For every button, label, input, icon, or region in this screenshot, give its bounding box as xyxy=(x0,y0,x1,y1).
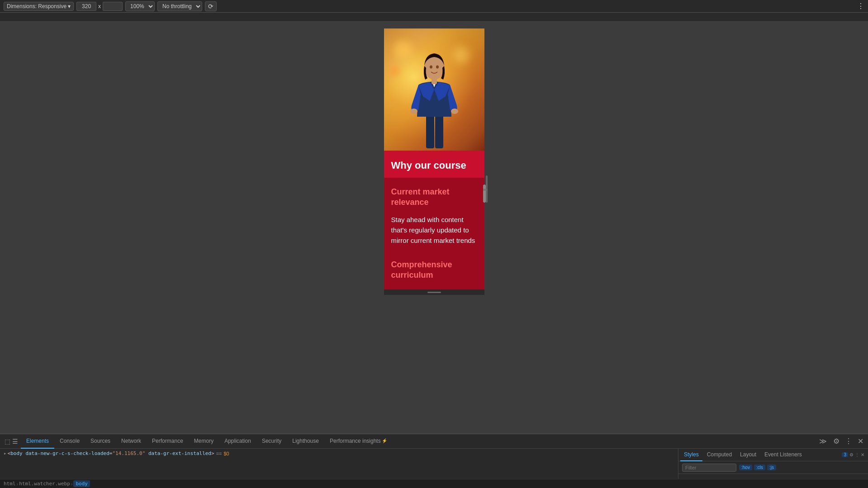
performance-insights-icon: ⚡ xyxy=(382,438,387,443)
red-content-section: Current market relevance Stay ahead with… xyxy=(384,178,484,289)
dollar-sign: $0 xyxy=(223,451,229,456)
throttle-selector[interactable]: No throttling xyxy=(157,1,202,11)
tab-layout[interactable]: Layout xyxy=(736,449,760,461)
equals-sign: == xyxy=(216,451,222,456)
tab-styles[interactable]: Styles xyxy=(680,449,702,461)
hov-badge[interactable]: :hov xyxy=(739,464,752,470)
svg-rect-0 xyxy=(426,114,434,148)
tab-computed[interactable]: Computed xyxy=(703,449,735,461)
dimension-separator: x xyxy=(98,3,101,9)
ruler-bar xyxy=(0,13,868,22)
size-display: x xyxy=(76,2,123,11)
svg-rect-1 xyxy=(435,114,443,148)
right-panel-tabs: Styles Computed Layout Event Listeners 3… xyxy=(678,449,868,461)
close-panel-icon[interactable]: ✕ xyxy=(861,452,864,457)
feature1-title: Current market relevance xyxy=(391,187,477,208)
html-breadcrumb: ▸ <body data-new-gr-c-s-check-loaded="14… xyxy=(4,450,674,456)
badge-count: 3 xyxy=(842,452,848,457)
body-tag[interactable]: <body data-new-gr-c-s-check-loaded="14.1… xyxy=(8,450,214,456)
styles-toolbar: :hov :cls :js xyxy=(678,461,868,474)
tab-lighthouse[interactable]: Lighthouse xyxy=(287,434,324,449)
svg-point-6 xyxy=(410,109,417,114)
tab-application[interactable]: Application xyxy=(219,434,256,449)
js-badge[interactable]: :js xyxy=(767,464,776,470)
width-input[interactable] xyxy=(76,2,96,11)
styles-filter-input[interactable] xyxy=(682,464,736,472)
mobile-frame-wrapper: Why our course Current market relevance … xyxy=(384,22,484,295)
breadcrumb-watcher[interactable]: html.watcher.webp xyxy=(19,481,70,487)
tab-event-listeners[interactable]: Event Listeners xyxy=(761,449,806,461)
tab-performance-insights[interactable]: Performance insights ⚡ xyxy=(324,434,393,449)
dimensions-label: Dimensions: Responsive xyxy=(7,3,66,9)
devtools-left-icons: ⬚ ☰ xyxy=(2,438,21,445)
tag-badges: :hov :cls :js xyxy=(739,464,776,470)
drag-handle-icon xyxy=(427,292,441,293)
tab-sources[interactable]: Sources xyxy=(85,434,116,449)
tab-elements[interactable]: Elements xyxy=(21,434,54,449)
tab-memory[interactable]: Memory xyxy=(189,434,219,449)
chevron-down-icon: ▾ xyxy=(68,3,71,9)
breadcrumb-body[interactable]: body xyxy=(73,480,90,487)
svg-point-7 xyxy=(451,109,458,114)
mobile-frame: Why our course Current market relevance … xyxy=(384,28,484,295)
more-icon-right[interactable]: ⋮ xyxy=(855,452,859,457)
vertical-dots-icon[interactable]: ⋮ xyxy=(842,437,855,445)
tab-console[interactable]: Console xyxy=(54,434,85,449)
devtools-tabs: ⬚ ☰ Elements Console Sources Network Per… xyxy=(0,434,868,449)
zoom-selector[interactable]: 100% xyxy=(125,1,155,11)
close-devtools-icon[interactable]: ✕ xyxy=(855,437,866,445)
dimensions-dropdown[interactable]: Dimensions: Responsive ▾ xyxy=(4,2,74,11)
svg-point-4 xyxy=(430,66,432,69)
rotate-button[interactable]: ⟳ xyxy=(205,1,217,11)
feature2-title: Comprehensive curriculum xyxy=(391,260,477,281)
tab-network[interactable]: Network xyxy=(116,434,147,449)
scrollbar[interactable] xyxy=(484,22,488,338)
breadcrumb-arrow: ▸ xyxy=(4,450,7,456)
devtools-top-bar: Dimensions: Responsive ▾ x 100% No throt… xyxy=(0,0,868,13)
svg-point-5 xyxy=(436,66,439,69)
tab-performance[interactable]: Performance xyxy=(147,434,189,449)
why-section: Why our course xyxy=(384,151,484,178)
settings-icon[interactable]: ⚙ xyxy=(830,437,842,445)
why-title: Why our course xyxy=(391,160,477,171)
inspector-icon[interactable]: ⬚ xyxy=(5,438,10,445)
cls-badge[interactable]: :cls xyxy=(754,464,765,470)
feature1-desc: Stay ahead with content that's regularly… xyxy=(391,214,477,246)
scrollbar-thumb[interactable] xyxy=(486,175,488,203)
tab-security[interactable]: Security xyxy=(256,434,287,449)
height-input[interactable] xyxy=(103,2,123,11)
more-options-button[interactable]: ⋮ xyxy=(857,2,864,10)
status-bar: html › html.watcher.webp › body xyxy=(0,479,868,488)
breadcrumb-html[interactable]: html xyxy=(4,481,16,487)
woman-figure xyxy=(394,31,475,151)
more-tabs-button[interactable]: ≫ xyxy=(816,437,830,445)
settings-icon-right[interactable]: ⚙ xyxy=(849,452,854,457)
right-panel-icons: 3 ⚙ ⋮ ✕ xyxy=(840,452,866,457)
device-icon[interactable]: ☰ xyxy=(12,438,18,445)
hero-image xyxy=(384,28,484,151)
preview-area: Why our course Current market relevance … xyxy=(0,22,868,434)
drag-handle-bottom[interactable] xyxy=(384,289,484,295)
